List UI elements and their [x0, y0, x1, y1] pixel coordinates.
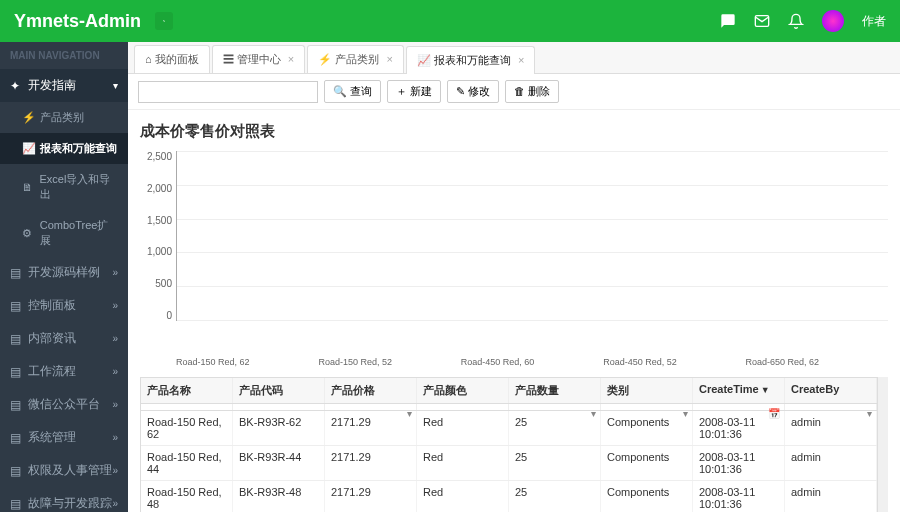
menu-icon: ▤ — [10, 464, 22, 478]
trash-icon: 🗑 — [514, 85, 525, 97]
chart-xaxis: Road-150 Red, 62Road-150 Red, 52Road-450… — [176, 357, 888, 367]
filter-cell[interactable]: ▾ — [325, 404, 417, 410]
filter-cell[interactable] — [417, 404, 509, 410]
filter-icon[interactable]: ▾ — [407, 408, 412, 419]
close-icon[interactable]: × — [386, 53, 392, 65]
chevron-icon: » — [112, 366, 118, 377]
chart-title: 成本价零售价对照表 — [140, 122, 888, 141]
table-row[interactable]: Road-150 Red, 44BK-R93R-442171.29Red25Co… — [141, 446, 877, 481]
brand: Ymnets-Admin — [14, 11, 141, 32]
mail-icon[interactable] — [754, 13, 770, 29]
tab-home[interactable]: ⌂ 我的面板 — [134, 45, 210, 73]
filter-cell[interactable]: ▾ — [601, 404, 693, 410]
menu-icon: ▤ — [10, 266, 22, 280]
chevron-icon: » — [112, 267, 118, 278]
sort-desc-icon: ▼ — [761, 385, 770, 395]
bell-icon[interactable] — [788, 13, 804, 29]
chevron-icon: » — [112, 498, 118, 509]
edit-button[interactable]: ✎ 修改 — [447, 80, 499, 103]
chevron-icon: » — [112, 465, 118, 476]
menu-icon: ▤ — [10, 332, 22, 346]
menu-icon: ▤ — [10, 299, 22, 313]
calendar-icon[interactable]: 📅 — [768, 408, 780, 419]
filter-cell[interactable] — [141, 404, 233, 410]
filter-cell[interactable]: ▾ — [785, 404, 877, 410]
filter-icon[interactable]: ▾ — [867, 408, 872, 419]
home-icon: ⌂ — [145, 53, 152, 65]
filter-cell[interactable]: ▾ — [509, 404, 601, 410]
file-icon: 🗎 — [22, 181, 34, 193]
sidebar-item-dev[interactable]: ✦ 开发指南 ▾ — [0, 69, 128, 102]
username[interactable]: 作者 — [862, 13, 886, 30]
sidebar-item[interactable]: ▤故障与开发跟踪» — [0, 487, 128, 512]
sidebar-item[interactable]: ▤内部资讯» — [0, 322, 128, 355]
chart-yaxis: 2,5002,0001,5001,0005000 — [140, 151, 176, 321]
chevron-icon: » — [112, 399, 118, 410]
grid-filter-row: ▾▾▾📅▾ — [141, 404, 877, 411]
column-header[interactable]: 产品数量 — [509, 378, 601, 403]
column-header[interactable]: 产品价格 — [325, 378, 417, 403]
gear-icon[interactable] — [155, 12, 173, 30]
sidebar-item-combotree[interactable]: ⚙ComboTree扩展 — [0, 210, 128, 256]
toolbar: 🔍 查询 ＋ 新建 ✎ 修改 🗑 删除 — [128, 74, 900, 110]
column-header[interactable]: 产品名称 — [141, 378, 233, 403]
sidebar-item[interactable]: ▤开发源码样例» — [0, 256, 128, 289]
menu-icon: ▤ — [10, 365, 22, 379]
sidebar-item[interactable]: ▤控制面板» — [0, 289, 128, 322]
close-icon[interactable]: × — [518, 54, 524, 66]
bolt-icon: ⚡ — [22, 111, 34, 124]
building-icon: ☰ — [223, 53, 234, 65]
search-icon: 🔍 — [333, 85, 347, 97]
column-header[interactable]: CreateTime▼ — [693, 378, 785, 403]
sidebar-header: MAIN NAVIGATION — [0, 42, 128, 69]
grid-header: 产品名称产品代码产品价格产品颜色产品数量类别CreateTime▼CreateB… — [141, 378, 877, 404]
plus-icon: ＋ — [396, 85, 407, 97]
menu-icon: ▤ — [10, 431, 22, 445]
sidebar-item-category[interactable]: ⚡产品类别 — [0, 102, 128, 133]
delete-button[interactable]: 🗑 删除 — [505, 80, 559, 103]
sidebar-item-report[interactable]: 📈报表和万能查询 — [0, 133, 128, 164]
sidebar-item[interactable]: ▤系统管理» — [0, 421, 128, 454]
star-icon: ✦ — [10, 79, 22, 93]
column-header[interactable]: 产品代码 — [233, 378, 325, 403]
close-icon[interactable]: × — [288, 53, 294, 65]
filter-cell[interactable] — [233, 404, 325, 410]
menu-icon: ▤ — [10, 398, 22, 412]
topbar: Ymnets-Admin 作者 — [0, 0, 900, 42]
tab-category[interactable]: ⚡ 产品类别 × — [307, 45, 404, 73]
chart: 2,5002,0001,5001,0005000 — [140, 151, 888, 351]
filter-icon[interactable]: ▾ — [591, 408, 596, 419]
table-row[interactable]: Road-150 Red, 48BK-R93R-482171.29Red25Co… — [141, 481, 877, 512]
add-button[interactable]: ＋ 新建 — [387, 80, 441, 103]
chart-icon: 📈 — [22, 142, 34, 155]
column-header[interactable]: 产品颜色 — [417, 378, 509, 403]
chat-icon[interactable] — [720, 13, 736, 29]
sidebar: MAIN NAVIGATION ✦ 开发指南 ▾ ⚡产品类别 📈报表和万能查询 … — [0, 42, 128, 512]
chevron-icon: » — [112, 432, 118, 443]
chart-plot — [176, 151, 888, 321]
query-button[interactable]: 🔍 查询 — [324, 80, 381, 103]
tab-report[interactable]: 📈 报表和万能查询 × — [406, 46, 536, 74]
search-input[interactable] — [138, 81, 318, 103]
chart-icon: 📈 — [417, 54, 431, 66]
filter-cell[interactable]: 📅 — [693, 404, 785, 410]
column-header[interactable]: 类别 — [601, 378, 693, 403]
chevron-down-icon: ▾ — [113, 80, 118, 91]
column-header[interactable]: CreateBy — [785, 378, 877, 403]
pencil-icon: ✎ — [456, 85, 465, 97]
chevron-icon: » — [112, 300, 118, 311]
scrollbar[interactable] — [878, 377, 888, 512]
sidebar-item[interactable]: ▤权限及人事管理» — [0, 454, 128, 487]
tabs: ⌂ 我的面板 ☰ 管理中心 × ⚡ 产品类别 × 📈 报表和万能查询 × — [128, 42, 900, 74]
table-row[interactable]: Road-150 Red, 62BK-R93R-622171.29Red25Co… — [141, 411, 877, 446]
tree-icon: ⚙ — [22, 227, 34, 240]
menu-icon: ▤ — [10, 497, 22, 511]
chevron-icon: » — [112, 333, 118, 344]
avatar[interactable] — [822, 10, 844, 32]
bolt-icon: ⚡ — [318, 53, 332, 65]
sidebar-item[interactable]: ▤微信公众平台» — [0, 388, 128, 421]
tab-admin[interactable]: ☰ 管理中心 × — [212, 45, 306, 73]
sidebar-item-excel[interactable]: 🗎Excel导入和导出 — [0, 164, 128, 210]
sidebar-item[interactable]: ▤工作流程» — [0, 355, 128, 388]
filter-icon[interactable]: ▾ — [683, 408, 688, 419]
